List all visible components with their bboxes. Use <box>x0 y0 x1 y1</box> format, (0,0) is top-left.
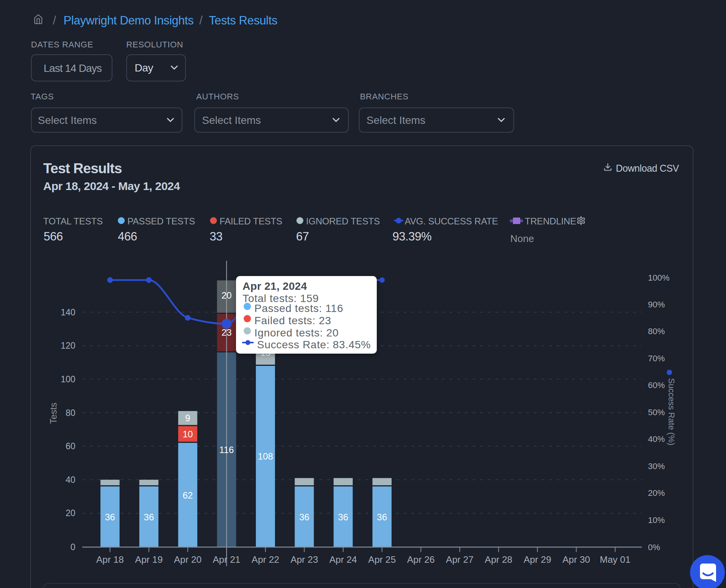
svg-text:62: 62 <box>182 490 193 500</box>
svg-text:80: 80 <box>65 408 75 418</box>
svg-text:60%: 60% <box>648 380 665 390</box>
svg-text:Apr 25: Apr 25 <box>368 554 396 565</box>
svg-text:Apr 23: Apr 23 <box>290 554 318 565</box>
svg-text:30%: 30% <box>648 461 665 471</box>
svg-text:36: 36 <box>377 512 387 522</box>
svg-text:36: 36 <box>299 512 309 522</box>
svg-text:20: 20 <box>221 290 232 300</box>
svg-text:50%: 50% <box>648 408 665 417</box>
svg-text:20: 20 <box>65 508 75 518</box>
svg-text:0: 0 <box>70 542 75 552</box>
svg-text:80%: 80% <box>648 326 665 336</box>
svg-text:0%: 0% <box>648 543 660 552</box>
svg-text:Apr 26: Apr 26 <box>407 554 435 565</box>
svg-text:Apr 27: Apr 27 <box>446 554 474 565</box>
svg-text:Apr 28: Apr 28 <box>485 554 512 565</box>
svg-text:9: 9 <box>185 413 190 423</box>
svg-text:36: 36 <box>144 512 154 522</box>
svg-text:140: 140 <box>61 307 75 317</box>
svg-text:Apr 30: Apr 30 <box>563 554 590 565</box>
svg-text:40%: 40% <box>648 434 665 444</box>
svg-text:108: 108 <box>258 451 273 461</box>
svg-text:23: 23 <box>221 327 232 338</box>
svg-text:90%: 90% <box>648 300 665 309</box>
svg-text:10: 10 <box>182 429 193 439</box>
svg-text:Apr 20: Apr 20 <box>174 554 202 565</box>
svg-text:May 01: May 01 <box>600 554 630 565</box>
svg-text:36: 36 <box>338 512 348 522</box>
svg-text:10%: 10% <box>648 515 665 525</box>
svg-text:Success Rate (%): Success Rate (%) <box>667 378 676 445</box>
svg-text:Apr 21: Apr 21 <box>213 554 240 565</box>
svg-text:100: 100 <box>61 374 75 384</box>
svg-text:20%: 20% <box>648 488 665 498</box>
svg-text:Tests: Tests <box>48 403 59 424</box>
svg-text:Apr 22: Apr 22 <box>252 554 279 565</box>
svg-text:Apr 18: Apr 18 <box>96 554 124 565</box>
svg-text:Apr 29: Apr 29 <box>524 554 551 565</box>
svg-text:70%: 70% <box>648 354 665 363</box>
svg-text:116: 116 <box>219 445 234 455</box>
svg-text:Apr 19: Apr 19 <box>135 554 163 565</box>
svg-text:60: 60 <box>65 441 75 451</box>
svg-text:Apr 24: Apr 24 <box>329 554 357 565</box>
svg-text:36: 36 <box>105 512 115 522</box>
svg-text:120: 120 <box>61 341 75 351</box>
svg-text:100%: 100% <box>648 273 669 283</box>
svg-text:40: 40 <box>65 475 75 485</box>
